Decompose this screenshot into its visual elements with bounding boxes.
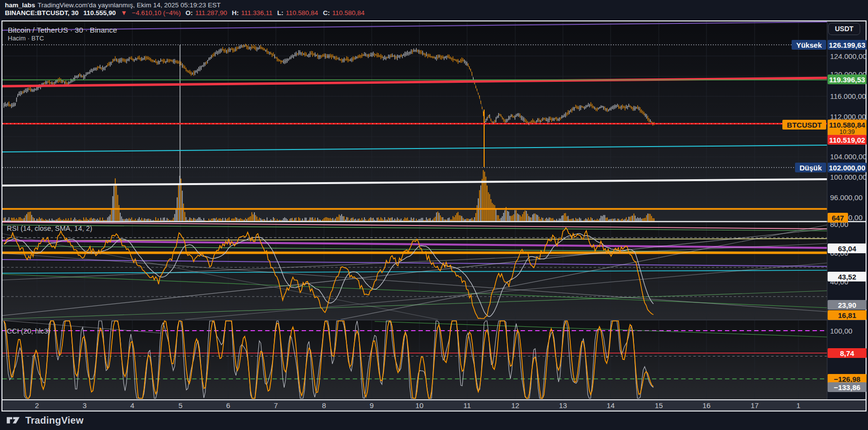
badge-countdown: 10:39: [828, 128, 867, 135]
rsi-badge-43: 43,52: [828, 272, 867, 281]
cci-panel: [2, 320, 827, 399]
high-tag: Yüksek: [792, 40, 826, 50]
price-axis-tick: 100.000,00: [830, 173, 867, 181]
tradingview-logo-icon: [6, 414, 21, 426]
price-badge-high: 126.199,63: [828, 40, 867, 50]
chart-canvas[interactable]: [0, 0, 868, 430]
symbol-tag: BTCUSDT: [782, 120, 826, 130]
rsi-indicator-label[interactable]: RSI (14, close, SMA, 14, 2): [7, 224, 92, 232]
time-axis-label: 8: [322, 401, 326, 410]
cci-indicator-label[interactable]: CCI (20, hlc3): [7, 327, 50, 335]
price-badge-resistance: 119.396,53: [828, 75, 867, 84]
low-tag: Düşük: [795, 163, 826, 172]
time-axis-label: 1: [796, 401, 800, 410]
volume-badge: 647: [828, 213, 848, 223]
time-axis-label: 16: [703, 401, 711, 410]
price-badge-alert: 110.519,02: [828, 135, 867, 145]
time-axis-label: 11: [463, 401, 471, 410]
rsi-badge-ma: 23,90: [828, 300, 867, 310]
tradingview-logo[interactable]: TradingView: [6, 414, 84, 426]
price-badge-low: 102.000,00: [828, 163, 867, 172]
cci-badge-line: 8,74: [828, 348, 867, 358]
price-axis-tick: 104.000,00: [830, 152, 867, 161]
time-axis-label: 10: [416, 401, 424, 410]
price-axis-tick: 116.000,00: [830, 92, 866, 100]
time-axis-label: 4: [130, 401, 134, 410]
time-axis-label: 2: [35, 401, 39, 410]
volume-indicator-label[interactable]: Hacim · BTC: [8, 35, 44, 42]
price-axis-tick: 96.000,00: [830, 193, 863, 202]
rsi-badge-63: 63,04: [828, 243, 867, 253]
price-axis-tick: 100,00: [830, 327, 852, 335]
price-axis-tick: 124.000,00: [830, 52, 867, 60]
time-axis-label: 14: [607, 401, 615, 410]
time-axis-label: 13: [559, 401, 567, 410]
tradingview-logo-text: TradingView: [25, 415, 84, 426]
price-badge-last: 110.580,8410:39: [828, 120, 867, 136]
time-axis-label: 9: [370, 401, 374, 410]
rsi-badge-value: 16,81: [828, 310, 867, 320]
time-axis-label: 5: [179, 401, 182, 410]
tradingview-published-chart: ham_labsTradingView.com'da yayınlanmış, …: [0, 0, 868, 430]
time-axis-label: 7: [274, 401, 278, 410]
time-axis-label: 15: [655, 401, 663, 410]
currency-toggle-button[interactable]: USDT: [828, 23, 860, 35]
time-axis-label: 12: [511, 401, 520, 410]
time-axis-label: 3: [83, 401, 87, 410]
time-axis-label: 17: [751, 401, 759, 410]
time-axis-label: 6: [226, 401, 230, 410]
cci-badge-value: −133,86: [828, 382, 867, 392]
